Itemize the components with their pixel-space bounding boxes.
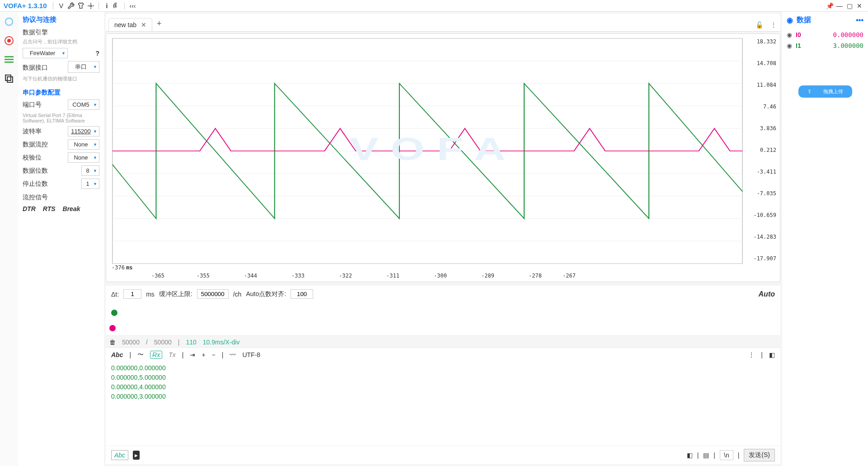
flow-label: 数据流控 — [23, 141, 48, 149]
stat-max: 50000 — [154, 339, 172, 346]
plus-icon[interactable]: + — [202, 351, 205, 358]
flow-select[interactable]: None — [68, 139, 99, 150]
sig-label: 流控信号 — [23, 193, 99, 202]
port-select[interactable]: COM5 — [68, 99, 99, 110]
close-icon[interactable]: ✕ — [854, 1, 864, 11]
databits-select[interactable]: 8 — [81, 165, 99, 176]
tx-toggle[interactable]: Tx — [169, 351, 176, 358]
tshirt-icon[interactable] — [76, 1, 86, 11]
tab-close-icon[interactable]: ✕ — [141, 21, 146, 28]
data-label: I0 — [796, 31, 801, 38]
rts-toggle[interactable]: RTS — [43, 205, 56, 212]
chart[interactable]: V O F A 18.332 14.708 11.084 7.46 3.836 … — [106, 33, 780, 282]
collapse-icon[interactable]: ‹‹‹ — [127, 1, 137, 11]
svg-rect-4 — [5, 56, 14, 57]
fingerprint-icon[interactable] — [112, 1, 122, 11]
eye-icon[interactable]: ◉ — [787, 16, 793, 24]
stopbits-label: 停止位数 — [23, 180, 48, 188]
serial-header: 串口参数配置 — [23, 89, 99, 97]
buf-input[interactable] — [197, 289, 229, 299]
buf-label: 缓冲区上限: — [159, 290, 192, 298]
auto-label: Auto点数对齐: — [246, 290, 286, 298]
more-icon[interactable]: ⋮ — [767, 21, 780, 31]
upload-button[interactable]: ⇪ 拖拽上传 — [798, 85, 852, 98]
eye-icon[interactable]: ◉ — [787, 42, 792, 49]
eye-icon[interactable]: ◉ — [787, 31, 792, 38]
minimize-icon[interactable]: — — [835, 1, 845, 11]
svg-rect-7 — [5, 75, 11, 80]
data-row-i1[interactable]: ◉ I1 3.000000 — [787, 42, 863, 49]
encoding-label[interactable]: UTF-8 — [242, 351, 260, 358]
curve-icon[interactable]: 〜 — [137, 351, 144, 359]
target-icon[interactable] — [86, 1, 96, 11]
stat-scale: 10.9ms/X-div — [203, 339, 240, 346]
svg-point-1 — [5, 18, 13, 25]
pin-icon[interactable]: 📌 — [825, 1, 835, 11]
trash-icon[interactable]: 🗑 — [109, 339, 116, 346]
list-icon[interactable] — [3, 53, 15, 66]
parity-select[interactable]: None — [68, 152, 99, 163]
rx-toggle[interactable]: Rx — [150, 351, 162, 359]
maximize-icon[interactable]: ▢ — [845, 1, 854, 11]
data-more-icon[interactable]: ••• — [856, 16, 863, 24]
eraser-icon[interactable]: ◧ — [769, 351, 775, 358]
y-tick: -7.035 — [757, 190, 776, 197]
y-tick: 3.836 — [760, 125, 776, 132]
rx-more-icon[interactable]: ⋮ — [748, 351, 755, 358]
dtr-toggle[interactable]: DTR — [23, 205, 36, 212]
log-line: 0.000000,3.000000 — [111, 392, 775, 401]
engine-select[interactable]: FireWater — [23, 48, 68, 58]
dt-input[interactable] — [123, 289, 141, 299]
baud-label: 波特率 — [23, 127, 42, 136]
data-value: 3.000000 — [833, 42, 863, 49]
send-bar: Abc ▸ ◧ | ▤ | \n | 发送(S) — [106, 446, 780, 464]
record-icon[interactable] — [3, 34, 15, 47]
y-tick: 0.212 — [760, 147, 776, 153]
dt-unit: ms — [146, 291, 155, 298]
interface-select[interactable]: 串口 — [68, 61, 99, 73]
send-button[interactable]: 发送(S) — [744, 449, 775, 461]
info-icon[interactable]: i — [102, 1, 112, 11]
x-tick: -278 — [529, 273, 542, 279]
newline-select[interactable]: \n — [720, 450, 733, 460]
book-icon[interactable]: ▤ — [703, 452, 709, 459]
svg-point-3 — [7, 39, 11, 42]
svg-rect-5 — [5, 59, 14, 60]
stopbits-select[interactable]: 1 — [81, 179, 99, 189]
send-eraser-icon[interactable]: ◧ — [687, 452, 693, 459]
auto-button[interactable]: Auto — [759, 290, 775, 298]
wrench-icon[interactable] — [66, 1, 76, 11]
upload-icon: ⇪ — [803, 87, 816, 96]
y-tick: 11.084 — [757, 82, 776, 88]
wave-icon[interactable]: 〰 — [230, 351, 236, 358]
send-abc-toggle[interactable]: Abc — [111, 450, 128, 460]
tab-new[interactable]: new tab ✕ — [108, 18, 152, 31]
connect-icon[interactable] — [3, 15, 15, 28]
minus-icon[interactable]: − — [212, 351, 216, 358]
sidebar-header: 协议与连接 — [23, 15, 99, 24]
data-row-i0[interactable]: ◉ I0 0.000000 — [787, 31, 863, 38]
engine-help-icon[interactable]: ? — [95, 50, 99, 57]
tab-label: new tab — [114, 21, 136, 28]
vofa-icon[interactable]: V — [56, 1, 66, 11]
series-dot-i0[interactable] — [109, 325, 116, 331]
indent-icon[interactable]: ⇥ — [190, 351, 195, 358]
abc-toggle[interactable]: Abc — [111, 351, 123, 358]
data-panel: ◉ 数据 ••• ◉ I0 0.000000 ◉ I1 3.000000 ⇪ 拖… — [782, 12, 868, 466]
break-toggle[interactable]: Break — [63, 205, 80, 212]
unlock-icon[interactable]: 🔓 — [752, 21, 767, 31]
tab-add-icon[interactable]: + — [157, 19, 162, 31]
x-tick: -376 — [112, 264, 125, 271]
y-tick: -14.283 — [753, 234, 776, 240]
y-tick: -3.411 — [757, 169, 776, 175]
y-tick: 7.46 — [763, 104, 776, 110]
series-dot-i1[interactable] — [111, 310, 117, 316]
x-tick: -267 — [563, 273, 576, 279]
data-header: 数据 — [797, 15, 811, 25]
auto-input[interactable] — [291, 289, 313, 299]
engine-hint: 点击问号，前往详细文档 — [23, 38, 99, 45]
copy-icon[interactable] — [3, 72, 15, 85]
terminal-icon[interactable]: ▸ — [133, 451, 140, 460]
baud-select[interactable]: 115200 — [68, 126, 99, 137]
data-log[interactable]: 0.000000,0.000000 0.000000,5.000000 0.00… — [106, 362, 780, 446]
